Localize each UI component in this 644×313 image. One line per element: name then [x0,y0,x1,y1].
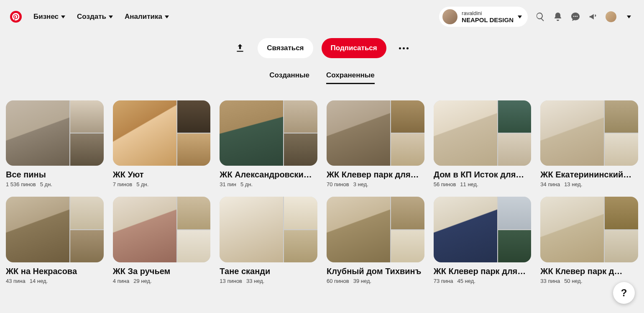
board-thumbnail [220,197,317,262]
board-meta: 60 пинов 39 нед. [327,278,424,284]
board-pins: 4 пина [113,278,130,284]
board-thumbnail [327,100,424,166]
board-pins: 60 пинов [327,278,349,284]
board-card[interactable]: Все пины 1 536 пинов 5 дн. [6,100,104,187]
board-thumbnail [434,197,532,262]
board-card[interactable]: ЖК Клевер парк для… 73 пина 45 нед. [434,197,532,284]
message-icon[interactable] [570,12,580,22]
chevron-down-icon [627,15,631,18]
accounts-chevron-icon[interactable] [624,12,634,22]
board-card[interactable]: ЖК Клевер парк д… 33 пина 50 нед. [540,197,638,284]
account-avatar [442,9,457,24]
board-card[interactable]: ЖК Александровски… 31 пин 5 дн. [220,100,317,187]
board-card[interactable]: ЖК на Некрасова 43 пина 14 нед. [6,197,104,284]
board-meta: 4 пина 29 нед. [113,278,211,284]
board-age: 13 нед. [564,181,582,187]
board-age: 3 нед. [353,181,368,187]
nav-create-label: Создать [77,13,106,21]
tab-saved[interactable]: Сохраненные [326,71,375,84]
board-thumbnail [113,100,211,166]
tab-created[interactable]: Созданные [269,71,309,83]
board-age: 39 нед. [353,278,371,284]
board-meta: 1 536 пинов 5 дн. [6,181,104,187]
board-card[interactable]: ЖК За ручьем 4 пина 29 нед. [113,197,211,284]
nav-create[interactable]: Создать [77,13,113,21]
board-age: 45 нед. [457,278,475,284]
board-meta: 70 пинов 3 нед. [327,181,424,187]
nav-analytics[interactable]: Аналитика [125,13,169,21]
share-icon[interactable] [231,39,249,57]
board-title: Все пины [6,170,104,180]
board-card[interactable]: ЖК Уют 7 пинов 5 дн. [113,100,211,187]
chevron-down-icon [61,15,65,18]
board-age: 5 дн. [40,181,52,187]
board-thumbnail [540,100,638,166]
svg-point-2 [577,16,578,17]
more-icon[interactable] [395,39,413,57]
board-age: 5 дн. [136,181,148,187]
board-card[interactable]: Дом в КП Исток для… 56 пинов 11 нед. [434,100,532,187]
board-title: ЖК Александровски… [220,170,317,180]
nav-business[interactable]: Бизнес [33,13,65,21]
subscribe-button[interactable]: Подписаться [322,38,386,58]
board-pins: 13 пинов [220,278,242,284]
header-right: ravaldini NEAPOL DESIGN [439,7,634,27]
account-switcher[interactable]: ravaldini NEAPOL DESIGN [439,7,528,27]
user-avatar-icon[interactable] [606,11,616,22]
help-button[interactable]: ? [613,282,635,304]
pinterest-logo-icon[interactable] [10,11,22,23]
board-title: ЖК на Некрасова [6,267,104,276]
board-title: ЖК Клевер парк для… [434,267,532,276]
header: Бизнес Создать Аналитика ravaldini NEAPO… [0,0,644,33]
profile-actions: Связаться Подписаться [0,33,644,63]
board-age: 11 нед. [460,181,478,187]
board-card[interactable]: ЖК Клевер парк для… 70 пинов 3 нед. [327,100,424,187]
nav-analytics-label: Аналитика [125,13,162,21]
board-meta: 13 пинов 33 нед. [220,278,317,284]
bell-icon[interactable] [553,12,563,22]
board-card[interactable]: ЖК Екатерининский… 34 пина 13 нед. [540,100,638,187]
board-meta: 34 пина 13 нед. [540,181,638,187]
nav-business-label: Бизнес [33,13,59,21]
board-meta: 56 пинов 11 нед. [434,181,532,187]
board-title: ЖК Клевер парк д… [540,267,638,276]
board-pins: 70 пинов [327,181,349,187]
board-meta: 43 пина 14 нед. [6,278,104,284]
board-age: 33 нед. [246,278,264,284]
board-meta: 31 пин 5 дн. [220,181,317,187]
board-title: ЖК Екатерининский… [540,170,638,180]
contact-button[interactable]: Связаться [258,38,313,58]
board-thumbnail [113,197,211,262]
board-thumbnail [327,197,424,262]
board-pins: 31 пин [220,181,236,187]
svg-point-1 [575,16,576,17]
search-icon[interactable] [535,12,545,22]
chevron-down-icon [165,15,169,18]
board-pins: 33 пина [540,278,560,284]
board-age: 5 дн. [240,181,253,187]
chevron-down-icon [518,15,522,18]
board-meta: 7 пинов 5 дн. [113,181,211,187]
board-pins: 43 пина [6,278,26,284]
svg-point-0 [573,16,575,17]
board-thumbnail [6,100,104,166]
board-thumbnail [220,100,317,166]
board-pins: 34 пина [540,181,560,187]
board-title: ЖК Клевер парк для… [327,170,424,180]
profile-tabs: Созданные Сохраненные [0,71,644,88]
board-pins: 73 пина [434,278,453,284]
boards-grid: Все пины 1 536 пинов 5 дн. ЖК Уют 7 пино… [0,100,644,284]
board-card[interactable]: Тане сканди 13 пинов 33 нед. [220,197,317,284]
board-card[interactable]: Клубный дом Тихвинъ 60 пинов 39 нед. [327,197,424,284]
account-username: ravaldini [462,10,514,16]
board-title: Дом в КП Исток для… [434,170,532,180]
board-thumbnail [6,197,104,262]
board-title: ЖК За ручьем [113,267,211,276]
board-pins: 7 пинов [113,181,132,187]
board-thumbnail [434,100,532,166]
header-left: Бизнес Создать Аналитика [10,11,169,23]
chevron-down-icon [109,15,113,18]
board-meta: 73 пина 45 нед. [434,278,532,284]
megaphone-icon[interactable] [588,12,598,22]
account-brand: NEAPOL DESIGN [462,16,514,23]
